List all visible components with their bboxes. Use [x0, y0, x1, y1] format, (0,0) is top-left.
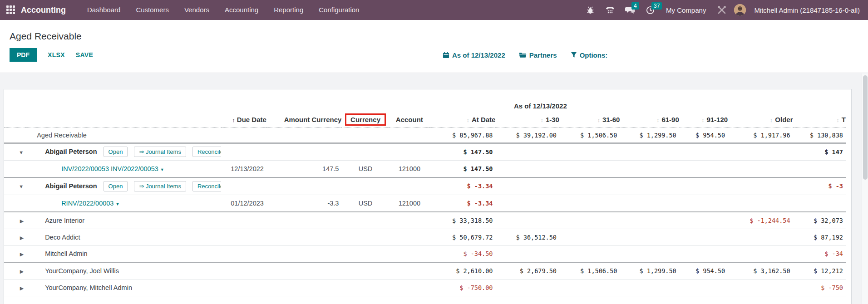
cell-d1_30	[495, 143, 559, 160]
debug-bug-icon[interactable]	[582, 0, 598, 20]
column-header-account[interactable]: Account	[396, 116, 423, 123]
cell-total: $ 32,073	[793, 212, 846, 229]
cell-d61_90	[620, 229, 679, 245]
nav-item-customers[interactable]: Customers	[128, 0, 177, 20]
journal-entry-row: RINV/2022/00003▼01/12/2023-3.3USD121000$…	[4, 195, 846, 212]
cell-d91_120	[679, 229, 728, 245]
expand-caret-icon[interactable]: ▶	[20, 251, 24, 257]
column-header-cell-d91_120[interactable]: ↕91-120	[679, 112, 728, 127]
cell-currency	[341, 279, 389, 296]
column-header-cell-d61_90[interactable]: ↕61-90	[620, 112, 679, 127]
options-filter[interactable]: Options:	[571, 51, 608, 59]
messages-chat-icon[interactable]: 4	[622, 0, 638, 20]
cell-d31_60	[559, 195, 620, 212]
column-header-older[interactable]: Older	[775, 116, 793, 123]
sort-icon[interactable]: ↕	[770, 117, 773, 123]
nav-item-vendors[interactable]: Vendors	[177, 0, 217, 20]
row-action-reconcile-button[interactable]: Reconcile	[192, 147, 221, 157]
journal-entry-link[interactable]: INV/2022/00053 INV/2022/00053▼	[61, 165, 164, 172]
cell-account	[390, 177, 429, 195]
journal-items-button[interactable]: ⇒ Journal Items	[134, 181, 186, 191]
save-button[interactable]: SAVE	[76, 51, 93, 59]
row-action-open-button[interactable]: Open	[104, 181, 128, 191]
nav-item-configuration[interactable]: Configuration	[311, 0, 367, 20]
sort-icon[interactable]: ↕	[836, 117, 839, 123]
entry-dropdown-caret-icon[interactable]: ▼	[115, 202, 119, 206]
scrollbar-thumb[interactable]	[863, 75, 868, 180]
apps-grid-icon[interactable]	[6, 5, 15, 15]
collapse-caret-icon[interactable]: ▼	[19, 150, 24, 155]
sort-icon[interactable]: ↕	[656, 117, 660, 123]
name-cell: Deco Addict	[25, 229, 221, 245]
column-header-cell-due[interactable]: ↑Due Date	[221, 112, 266, 127]
column-header-currency-highlighted[interactable]: Currency	[345, 113, 386, 126]
column-header-cell-at_date[interactable]: ↕At Date	[429, 112, 495, 127]
partner-name[interactable]: Abigail Peterson	[45, 148, 97, 155]
company-switcher[interactable]: My Company	[662, 6, 710, 14]
sort-icon[interactable]: ↕	[540, 117, 543, 123]
column-header-d91_120[interactable]: 91-120	[706, 116, 728, 123]
report-total-label: Aged Receivable	[37, 132, 87, 139]
vertical-scrollbar[interactable]	[862, 74, 868, 304]
partner-name[interactable]: YourCompany, Mitchell Admin	[45, 284, 132, 291]
cell-currency	[341, 177, 389, 195]
sort-icon[interactable]: ↕	[701, 117, 705, 123]
xlsx-button[interactable]: XLSX	[48, 51, 65, 59]
sort-icon[interactable]: ↕	[466, 117, 469, 123]
column-header-cell-d31_60[interactable]: ↕31-60	[559, 112, 620, 127]
sort-asc-icon[interactable]: ↑	[232, 117, 235, 123]
row-action-open-button[interactable]: Open	[104, 147, 128, 157]
expand-caret-icon[interactable]: ▶	[20, 235, 24, 240]
caret-cell: ▶	[4, 262, 25, 279]
voip-phone-icon[interactable]	[602, 0, 618, 20]
cell-at_date: $ 50,679.72	[429, 229, 495, 245]
nav-item-dashboard[interactable]: Dashboard	[79, 0, 128, 20]
journal-items-button[interactable]: ⇒ Journal Items	[134, 147, 186, 157]
expand-caret-icon[interactable]: ▶	[20, 269, 24, 274]
column-header-cell-currency[interactable]: Currency	[341, 112, 389, 127]
pdf-button[interactable]: PDF	[10, 48, 37, 62]
cell-amount_currency	[266, 279, 342, 296]
cell-older	[728, 279, 793, 296]
partner-name[interactable]: Azure Interior	[45, 217, 84, 224]
tools-wrench-icon[interactable]	[714, 0, 730, 20]
cell-at_date: $ 147.50	[429, 160, 495, 177]
sort-icon[interactable]: ↕	[597, 117, 600, 123]
column-header-cell-account[interactable]: Account	[390, 112, 429, 127]
column-header-total[interactable]: T	[842, 116, 846, 123]
row-action-reconcile-button[interactable]: Reconcile	[192, 181, 221, 191]
column-header-cell-amount_currency[interactable]: Amount Currency	[266, 112, 342, 127]
user-menu[interactable]: Mitchell Admin (21847185-16-0-all)	[750, 6, 863, 14]
name-cell: YourCompany, Mitchell Admin	[25, 279, 221, 296]
column-header-amount_currency[interactable]: Amount Currency	[284, 116, 342, 123]
column-header-d31_60[interactable]: 31-60	[602, 116, 620, 123]
nav-item-accounting[interactable]: Accounting	[217, 0, 266, 20]
column-header-cell-older[interactable]: ↕Older	[728, 112, 793, 127]
cell-total	[793, 160, 846, 177]
partner-name[interactable]: Mitchell Admin	[45, 250, 87, 257]
column-header-d1_30[interactable]: 1-30	[546, 116, 559, 123]
column-header-cell-d1_30[interactable]: ↕1-30	[495, 112, 559, 127]
column-header-due[interactable]: Due Date	[237, 116, 266, 123]
cell-older	[728, 245, 793, 262]
journal-entry-link[interactable]: RINV/2022/00003▼	[61, 200, 119, 207]
expand-caret-icon[interactable]: ▶	[20, 218, 24, 224]
activities-clock-icon[interactable]: 37	[642, 0, 658, 20]
partners-filter[interactable]: Partners	[519, 51, 557, 59]
column-header-cell-total[interactable]: ↕T	[793, 112, 846, 127]
cell-d91_120: $ 954.50	[679, 262, 728, 279]
column-header-d61_90[interactable]: 61-90	[661, 116, 679, 123]
app-name[interactable]: Accounting	[21, 5, 66, 15]
partner-name[interactable]: Abigail Peterson	[45, 182, 97, 190]
column-header-at_date[interactable]: At Date	[472, 116, 496, 123]
caret-cell	[4, 127, 25, 143]
partner-name[interactable]: Deco Addict	[45, 234, 80, 241]
caret-cell: ▶	[4, 229, 25, 245]
date-filter[interactable]: As of 12/13/2022	[443, 51, 505, 59]
expand-caret-icon[interactable]: ▶	[20, 285, 24, 291]
partner-name[interactable]: YourCompany, Joel Willis	[45, 267, 119, 275]
nav-item-reporting[interactable]: Reporting	[266, 0, 311, 20]
user-avatar[interactable]	[734, 4, 746, 16]
collapse-caret-icon[interactable]: ▼	[19, 184, 24, 189]
entry-dropdown-caret-icon[interactable]: ▼	[160, 167, 164, 172]
